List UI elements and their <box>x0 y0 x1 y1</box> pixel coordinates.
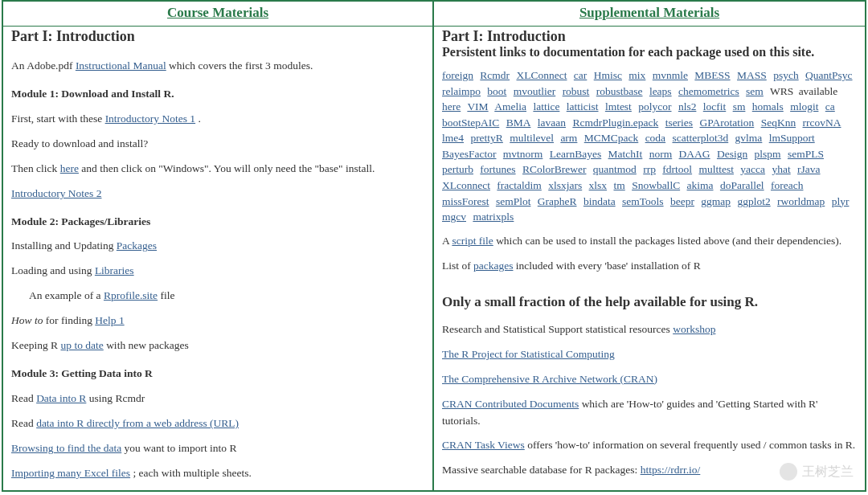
package-link-Design[interactable]: Design <box>717 148 747 160</box>
package-link-lavaan[interactable]: lavaan <box>538 117 566 129</box>
browsing-find-data-link[interactable]: Browsing to find the data <box>11 442 121 454</box>
package-link-MatchIt[interactable]: MatchIt <box>608 148 643 160</box>
package-link-coda[interactable]: coda <box>645 132 665 144</box>
package-link-chemometrics[interactable]: chemometrics <box>678 85 739 97</box>
package-link-XLconnect[interactable]: XLconnect <box>442 179 490 191</box>
package-link-lmSupport[interactable]: lmSupport <box>769 132 815 144</box>
package-link-semTools[interactable]: semTools <box>622 195 664 207</box>
package-link-robust[interactable]: robust <box>563 85 590 97</box>
package-link-rrcovNA[interactable]: rrcovNA <box>803 117 841 129</box>
package-link-psych[interactable]: psych <box>773 69 799 81</box>
r-project-link[interactable]: The R Project for Statistical Computing <box>442 348 615 360</box>
package-link-mlogit[interactable]: mlogit <box>790 100 818 112</box>
package-link-GPArotation[interactable]: GPArotation <box>700 117 755 129</box>
script-file-link[interactable]: script file <box>452 235 493 247</box>
package-link-XLConnect[interactable]: XLConnect <box>516 69 567 81</box>
package-link-Hmisc[interactable]: Hmisc <box>594 69 622 81</box>
package-link-leaps[interactable]: leaps <box>649 85 672 97</box>
package-link-SnowballC[interactable]: SnowballC <box>632 179 680 191</box>
packages-link[interactable]: Packages <box>117 239 157 252</box>
package-link-quantmod[interactable]: quantmod <box>593 163 637 175</box>
package-link-lme4[interactable]: lme4 <box>442 132 464 144</box>
package-link-latticist[interactable]: latticist <box>567 100 599 112</box>
intro-notes-1-link[interactable]: Introductory Notes 1 <box>105 112 195 125</box>
package-link-tm[interactable]: tm <box>613 179 624 191</box>
package-link-relaimpo[interactable]: relaimpo <box>442 85 481 97</box>
package-link-MASS[interactable]: MASS <box>737 69 767 81</box>
package-link-xlsx[interactable]: xlsx <box>589 179 608 191</box>
package-link-GrapheR[interactable]: GrapheR <box>538 195 577 207</box>
intro-notes-2-link[interactable]: Introductory Notes 2 <box>11 187 101 199</box>
package-link-car[interactable]: car <box>574 69 587 81</box>
package-link-fractaldim[interactable]: fractaldim <box>497 179 541 191</box>
package-link-sm[interactable]: sm <box>733 100 746 112</box>
package-link-missForest[interactable]: missForest <box>442 195 489 207</box>
package-link-RColorBrewer[interactable]: RColorBrewer <box>522 163 586 175</box>
package-link-mgcv[interactable]: mgcv <box>442 211 466 223</box>
package-link-boot[interactable]: boot <box>487 85 506 97</box>
importing-excel-link[interactable]: Importing many Excel files <box>11 467 130 479</box>
package-link-rrp[interactable]: rrp <box>643 163 656 175</box>
package-link-arm[interactable]: arm <box>560 132 577 144</box>
package-link-ca[interactable]: ca <box>825 100 835 112</box>
package-link-ggplot2[interactable]: ggplot2 <box>737 195 770 207</box>
cran-task-views-link[interactable]: CRAN Task Views <box>442 439 525 451</box>
download-here-link[interactable]: here <box>60 162 79 174</box>
data-url-link[interactable]: data into R directly from a web address … <box>36 417 239 429</box>
package-link-MCMCpack[interactable]: MCMCpack <box>584 132 639 144</box>
package-link-BayesFactor[interactable]: BayesFactor <box>442 148 496 160</box>
package-link-lmtest[interactable]: lmtest <box>605 100 632 112</box>
package-link-semPlot[interactable]: semPlot <box>496 195 531 207</box>
package-link-multtest[interactable]: multtest <box>698 163 734 175</box>
package-link-mvoutlier[interactable]: mvoutlier <box>514 85 556 97</box>
base-packages-link[interactable]: packages <box>473 260 513 272</box>
package-link-lattice[interactable]: lattice <box>533 100 559 112</box>
package-link-mvtnorm[interactable]: mvtnorm <box>503 148 543 160</box>
language-definition-link[interactable]: Language Definition <box>608 489 698 490</box>
package-link-mix[interactable]: mix <box>628 69 645 81</box>
package-link-beepr[interactable]: beepr <box>670 195 694 207</box>
libraries-link[interactable]: Libraries <box>95 264 134 276</box>
package-link-DAAG[interactable]: DAAG <box>679 148 710 160</box>
help-1-link[interactable]: Help 1 <box>95 314 124 326</box>
package-link-SeqKnn[interactable]: SeqKnn <box>761 117 796 129</box>
rprofile-site-link[interactable]: Rprofile.site <box>104 289 158 301</box>
package-link-locfit[interactable]: locfit <box>703 100 727 112</box>
package-link-rworldmap[interactable]: rworldmap <box>777 195 825 207</box>
up-to-date-link[interactable]: up to date <box>61 339 104 351</box>
package-link-Amelia[interactable]: Amelia <box>494 100 526 112</box>
package-link-mvnmle[interactable]: mvnmle <box>653 69 688 81</box>
rdrr-link[interactable]: https://rdrr.io/ <box>641 464 701 476</box>
package-link-homals[interactable]: homals <box>752 100 784 112</box>
package-link-RcmdrPlugin.epack[interactable]: RcmdrPlugin.epack <box>572 117 658 129</box>
package-link-nls2[interactable]: nls2 <box>678 100 697 112</box>
package-link-BMA[interactable]: BMA <box>506 117 531 129</box>
package-link-bootStepAIC[interactable]: bootStepAIC <box>442 117 499 129</box>
package-link-scatterplot3d[interactable]: scatterplot3d <box>672 132 728 144</box>
package-link-yacca[interactable]: yacca <box>740 163 765 175</box>
instructional-manual-link[interactable]: Instructional Manual <box>76 59 166 72</box>
package-link-MBESS[interactable]: MBESS <box>694 69 730 81</box>
data-into-r-link[interactable]: Data into R <box>36 392 86 404</box>
package-link-yhat[interactable]: yhat <box>772 163 790 175</box>
package-link-Rcmdr[interactable]: Rcmdr <box>480 69 510 81</box>
package-link-polycor[interactable]: polycor <box>638 100 671 112</box>
package-link-matrixpls[interactable]: matrixpls <box>473 211 514 223</box>
package-link-robustbase[interactable]: robustbase <box>596 85 643 97</box>
package-link-VIM[interactable]: VIM <box>467 100 488 112</box>
package-link-fortunes[interactable]: fortunes <box>480 163 515 175</box>
package-link-prettyR[interactable]: prettyR <box>470 132 503 144</box>
package-link-LearnBayes[interactable]: LearnBayes <box>550 148 601 160</box>
cran-link[interactable]: The Comprehensive R Archive Network (CRA… <box>442 373 657 385</box>
package-link-perturb[interactable]: perturb <box>442 163 473 175</box>
package-link-foreign[interactable]: foreign <box>442 69 473 81</box>
package-link-gvlma[interactable]: gvlma <box>735 132 763 144</box>
package-link-fdrtool[interactable]: fdrtool <box>662 163 692 175</box>
package-link-multilevel[interactable]: multilevel <box>510 132 554 144</box>
package-link-semPLS[interactable]: semPLS <box>788 148 824 160</box>
package-link-ggmap[interactable]: ggmap <box>701 195 731 207</box>
package-link-foreach[interactable]: foreach <box>771 179 803 191</box>
package-link-xlsxjars[interactable]: xlsxjars <box>548 179 582 191</box>
workshop-link[interactable]: workshop <box>673 323 715 335</box>
package-link-plyr[interactable]: plyr <box>832 195 850 207</box>
